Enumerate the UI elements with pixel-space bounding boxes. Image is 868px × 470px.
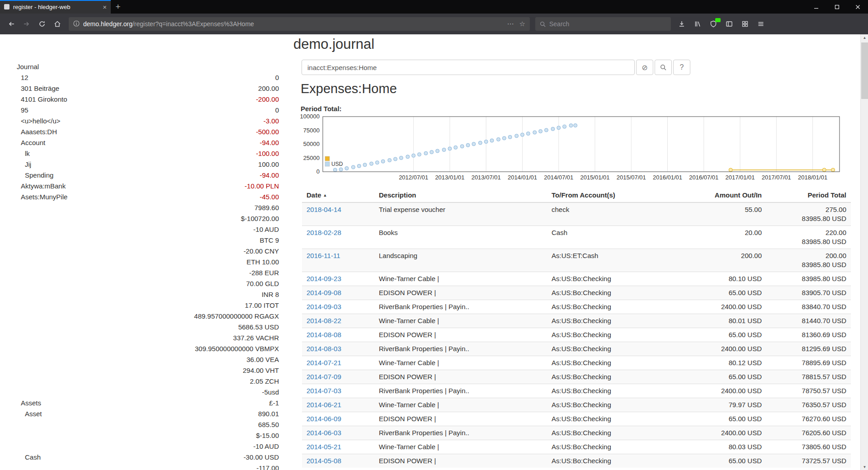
sidebar-account-row[interactable]: 4101 Girokonto -200.00 [17, 94, 279, 105]
reload-button[interactable] [35, 17, 49, 31]
sidebar-account-row[interactable]: BTC 9 [17, 235, 279, 246]
sidebar-account-name[interactable] [17, 257, 21, 268]
register-date-link[interactable]: 2014-05-21 [307, 443, 341, 451]
register-date-link[interactable]: 2018-02-28 [307, 229, 341, 236]
page-scrollbar[interactable]: ▲ ▼ [860, 34, 868, 470]
sidebar-account-name[interactable] [17, 213, 21, 224]
sidebar-account-name[interactable]: 95 [17, 105, 28, 116]
extension-button[interactable] [707, 18, 720, 30]
register-date-link[interactable]: 2014-05-08 [307, 457, 341, 465]
forward-button[interactable] [20, 17, 33, 31]
browser-tab[interactable]: register - hledger-web × [0, 0, 111, 14]
sidebar-account-row[interactable]: 309.950000000000 VBMPX [17, 343, 279, 354]
query-input[interactable] [302, 60, 635, 75]
sidebar-account-name[interactable] [17, 202, 21, 213]
sidebar-account-name[interactable]: Asset [17, 409, 42, 419]
sidebar-account-row[interactable]: Cash -30.00 USD [17, 452, 279, 463]
sidebar-account-row[interactable]: 337.26 VACHR [17, 333, 279, 343]
sidebar-account-row[interactable]: Asset 890.01 [17, 409, 279, 419]
sidebar-account-name[interactable]: Asets:MunyPile [17, 192, 67, 202]
register-date-link[interactable]: 2014-09-03 [307, 303, 341, 310]
sidebar-toggle-button[interactable] [723, 18, 736, 30]
sidebar-account-row[interactable]: INR 8 [17, 289, 279, 300]
sidebar-account-row[interactable]: -117.00 [17, 463, 279, 470]
clear-query-button[interactable]: ⊘ [636, 60, 653, 75]
downloads-button[interactable] [675, 18, 688, 30]
sidebar-account-name[interactable]: 301 Beiträge [17, 83, 59, 94]
sidebar-account-row[interactable]: Assets £-1 [17, 398, 279, 409]
sidebar-account-row[interactable]: Account -94.00 [17, 137, 279, 148]
sidebar-account-row[interactable]: -5usd [17, 387, 279, 398]
sidebar-account-name[interactable] [17, 224, 21, 235]
sidebar-account-name[interactable] [17, 343, 21, 354]
sidebar-account-name[interactable]: Aaasets:DH [17, 127, 57, 137]
url-bar[interactable]: demo.hledger.org/register?q=inacct%3AExp… [69, 17, 530, 31]
register-date-link[interactable]: 2014-06-21 [307, 401, 341, 409]
register-date-link[interactable]: 2016-11-11 [307, 252, 340, 259]
sidebar-account-name[interactable] [17, 354, 21, 365]
sidebar-account-name[interactable] [17, 278, 21, 289]
sidebar-account-row[interactable]: -10 AUD [17, 441, 279, 452]
sidebar-account-row[interactable]: Spending -94.00 [17, 170, 279, 181]
sidebar-account-name[interactable]: Cash [17, 452, 41, 463]
home-button[interactable] [51, 17, 64, 31]
sidebar-account-name[interactable] [17, 268, 21, 278]
search-submit-button[interactable] [655, 60, 672, 75]
sidebar-account-row[interactable]: 294.00 VHT [17, 365, 279, 376]
tab-close-icon[interactable]: × [103, 4, 107, 10]
sidebar-account-row[interactable]: 489.957000000000 RGAGX [17, 311, 279, 322]
sidebar-account-row[interactable]: 685.50 [17, 419, 279, 430]
sidebar-account-name[interactable] [17, 430, 25, 441]
sidebar-account-row[interactable]: 95 0 [17, 105, 279, 116]
sidebar-account-row[interactable]: ETH 10.00 [17, 257, 279, 268]
sidebar-account-row[interactable]: Aktywa:mBank -10.00 PLN [17, 181, 279, 192]
sidebar-account-name[interactable]: 12 [17, 72, 28, 83]
scroll-up-icon[interactable]: ▲ [861, 34, 868, 41]
sidebar-account-row[interactable]: -10 AUD [17, 224, 279, 235]
sidebar-account-name[interactable] [17, 300, 21, 311]
back-button[interactable] [5, 17, 18, 31]
sidebar-account-name[interactable]: Assets [17, 398, 41, 409]
pages-grid-button[interactable] [739, 18, 751, 30]
register-date-link[interactable]: 2014-07-21 [307, 359, 341, 367]
sidebar-account-row[interactable]: <u>hello</u> -3.00 [17, 116, 279, 127]
bookmark-star-icon[interactable]: ☆ [519, 20, 525, 28]
menu-button[interactable] [755, 18, 767, 30]
register-date-link[interactable]: 2014-06-03 [307, 429, 341, 437]
register-date-link[interactable]: 2018-04-14 [307, 206, 341, 213]
register-date-link[interactable]: 2014-09-08 [307, 289, 341, 296]
sidebar-account-name[interactable]: lk [17, 148, 30, 159]
register-date-link[interactable]: 2014-06-09 [307, 415, 341, 423]
sidebar-account-row[interactable]: 17.00 ITOT [17, 300, 279, 311]
sidebar-account-name[interactable]: 4101 Girokonto [17, 94, 67, 105]
register-date-link[interactable]: 2014-07-09 [307, 373, 341, 381]
window-minimize-button[interactable] [806, 0, 826, 14]
sidebar-account-name[interactable] [17, 387, 21, 398]
sidebar-account-name[interactable] [17, 365, 21, 376]
register-date-link[interactable]: 2014-08-22 [307, 317, 341, 324]
register-date-link[interactable]: 2014-09-23 [307, 275, 341, 282]
sidebar-account-row[interactable]: 5686.53 USD [17, 322, 279, 333]
site-info-icon[interactable] [73, 20, 80, 28]
scrollbar-thumb[interactable] [861, 42, 868, 99]
scroll-down-icon[interactable]: ▼ [861, 464, 868, 470]
register-date-link[interactable]: 2014-08-03 [307, 345, 341, 352]
sidebar-account-name[interactable]: <u>hello</u> [17, 116, 61, 127]
sidebar-account-name[interactable] [17, 333, 21, 343]
register-date-link[interactable]: 2014-07-03 [307, 387, 341, 395]
help-button[interactable]: ? [673, 60, 690, 75]
sidebar-account-name[interactable] [17, 441, 25, 452]
sidebar-account-row[interactable]: $-15.00 [17, 430, 279, 441]
new-tab-button[interactable]: + [111, 0, 125, 14]
sidebar-account-name[interactable] [17, 311, 21, 322]
sidebar-account-name[interactable] [17, 246, 21, 257]
sidebar-account-name[interactable] [17, 419, 25, 430]
sidebar-account-row[interactable]: Aaasets:DH -500.00 [17, 127, 279, 137]
sidebar-account-name[interactable]: Aktywa:mBank [17, 181, 66, 192]
sidebar-journal-link[interactable]: Journal [17, 61, 279, 72]
sidebar-account-row[interactable]: -288 EUR [17, 268, 279, 278]
browser-search-field[interactable]: Search [535, 17, 671, 31]
sidebar-account-row[interactable]: 70.00 GLD [17, 278, 279, 289]
library-button[interactable] [691, 18, 704, 30]
sidebar-account-name[interactable] [17, 322, 21, 333]
